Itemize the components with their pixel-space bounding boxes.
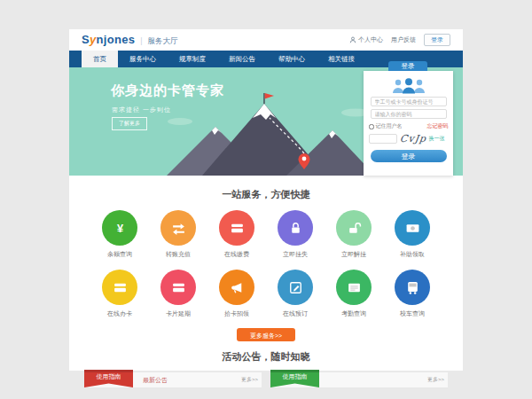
user-feedback-link[interactable]: 用户反馈	[391, 35, 416, 44]
svg-text:¥: ¥	[116, 222, 123, 235]
nav-item-0[interactable]: 首页	[82, 51, 118, 67]
captcha-refresh-link[interactable]: 换一张	[429, 135, 445, 143]
remember-row: 记住用户名 忘记密码	[369, 122, 449, 130]
announcement-column-left: 使用指南 最新公告 更多>>	[84, 372, 262, 388]
login-panel: 登录 记住用户名 忘记密码 CvJp 换一张 登录	[364, 71, 453, 176]
service-item[interactable]: 补助领取	[383, 210, 442, 259]
login-submit-button[interactable]: 登录	[371, 150, 447, 162]
logo[interactable]: Synjones | 服务大厅	[82, 33, 178, 47]
banknote-icon[interactable]	[395, 210, 430, 246]
header-links: 个人中心 用户反馈 登录	[349, 34, 450, 46]
services-title: 一站服务，方便快捷	[69, 188, 463, 201]
service-item[interactable]: 考勤查询	[325, 270, 383, 318]
service-item[interactable]: 拾卡招领	[207, 270, 266, 318]
header-login-button[interactable]: 登录	[424, 34, 450, 46]
service-item[interactable]: ¥余额查询	[90, 210, 149, 259]
announcements-title: 活动公告，随时知晓	[69, 350, 463, 364]
personal-center-label: 个人中心	[358, 35, 383, 44]
service-label: 在线预订	[283, 309, 308, 318]
service-item[interactable]: 在线预订	[266, 270, 325, 318]
service-label: 考勤查询	[341, 309, 366, 318]
service-item[interactable]: 转账充值	[149, 210, 207, 259]
nav-item-3[interactable]: 新闻公告	[217, 51, 267, 67]
announcement-columns: 使用指南 最新公告 更多>> 使用指南 更多>>	[84, 372, 448, 388]
more-services-button[interactable]: 更多服务>>	[237, 328, 295, 341]
nav-item-1[interactable]: 服务中心	[118, 51, 168, 67]
service-item[interactable]: 立即挂失	[266, 210, 325, 259]
service-item[interactable]: 在线缴费	[207, 210, 266, 259]
lock-icon[interactable]	[278, 210, 313, 246]
edit-icon[interactable]	[278, 270, 313, 305]
remember-checkbox[interactable]	[369, 124, 374, 129]
guide-ribbon-red[interactable]: 使用指南	[84, 370, 133, 387]
users-group-icon	[389, 77, 428, 94]
service-item[interactable]: 卡片延期	[149, 270, 207, 318]
login-tab[interactable]: 登录	[388, 61, 427, 71]
announcement-bar-right: 使用指南 更多>>	[270, 372, 448, 388]
service-label: 补助领取	[400, 250, 425, 259]
list-icon[interactable]	[336, 270, 372, 305]
service-label: 拾卡招领	[224, 309, 249, 318]
card-icon[interactable]	[219, 210, 254, 246]
nav-item-2[interactable]: 规章制度	[168, 51, 217, 67]
services-grid: ¥余额查询转账充值在线缴费立即挂失立即解挂补助领取在线办卡卡片延期拾卡招领在线预…	[90, 210, 442, 318]
password-input[interactable]	[371, 109, 447, 119]
megaphone-icon[interactable]	[219, 270, 254, 305]
service-item[interactable]: 校车查询	[383, 270, 442, 318]
mountains-illustration	[153, 91, 375, 176]
site-name: 服务大厅	[148, 36, 178, 47]
service-item[interactable]: 立即解挂	[325, 210, 383, 259]
nav-item-5[interactable]: 相关链接	[317, 51, 366, 67]
logo-swoosh-icon: y	[90, 33, 97, 46]
captcha-row: CvJp 换一张	[369, 133, 449, 145]
service-label: 转账充值	[166, 250, 191, 259]
service-label: 在线办卡	[107, 309, 132, 318]
card-icon[interactable]	[102, 270, 137, 305]
service-label: 校车查询	[400, 309, 425, 318]
bus-icon[interactable]	[395, 270, 430, 305]
hero-cta-button[interactable]: 了解更多	[112, 117, 147, 130]
unlock-icon[interactable]	[336, 210, 372, 246]
personal-center-link[interactable]: 个人中心	[349, 35, 383, 44]
services-section: 一站服务，方便快捷 ¥余额查询转账充值在线缴费立即挂失立即解挂补助领取在线办卡卡…	[69, 176, 463, 341]
captcha-image[interactable]: CvJp	[399, 133, 427, 145]
username-input[interactable]	[371, 97, 447, 106]
announcement-bar-left: 使用指南 最新公告 更多>>	[84, 372, 262, 388]
service-label: 立即解挂	[341, 250, 366, 259]
announcements-section: 活动公告，随时知晓 使用指南 最新公告 更多>> 使用指南 更多>>	[69, 350, 463, 388]
user-feedback-label: 用户反馈	[391, 35, 416, 44]
logo-text: Synjones	[82, 33, 135, 46]
latest-announcements-tab[interactable]: 最新公告	[143, 376, 168, 385]
site-page: Synjones | 服务大厅 个人中心 用户反馈 登录 首页服务中心规章制度新…	[69, 29, 463, 371]
header: Synjones | 服务大厅 个人中心 用户反馈 登录	[69, 29, 463, 51]
person-icon	[349, 36, 356, 43]
announcement-column-right: 使用指南 更多>>	[270, 372, 448, 388]
remember-label: 记住用户名	[376, 122, 403, 130]
nav-item-4[interactable]: 帮助中心	[267, 51, 317, 67]
captcha-input[interactable]	[369, 134, 397, 144]
card-icon[interactable]	[160, 270, 196, 305]
service-label: 余额查询	[107, 250, 132, 259]
guide-ribbon-green[interactable]: 使用指南	[270, 370, 319, 387]
more-link-left[interactable]: 更多>>	[241, 376, 262, 384]
more-link-right[interactable]: 更多>>	[427, 376, 448, 384]
yuan-icon[interactable]: ¥	[102, 210, 137, 246]
logo-divider: |	[140, 36, 142, 45]
transfer-icon[interactable]	[160, 210, 196, 246]
service-label: 在线缴费	[224, 250, 249, 259]
forgot-password-link[interactable]: 忘记密码	[427, 122, 449, 130]
service-label: 卡片延期	[166, 309, 191, 318]
service-label: 立即挂失	[283, 250, 308, 259]
service-item[interactable]: 在线办卡	[90, 270, 149, 318]
